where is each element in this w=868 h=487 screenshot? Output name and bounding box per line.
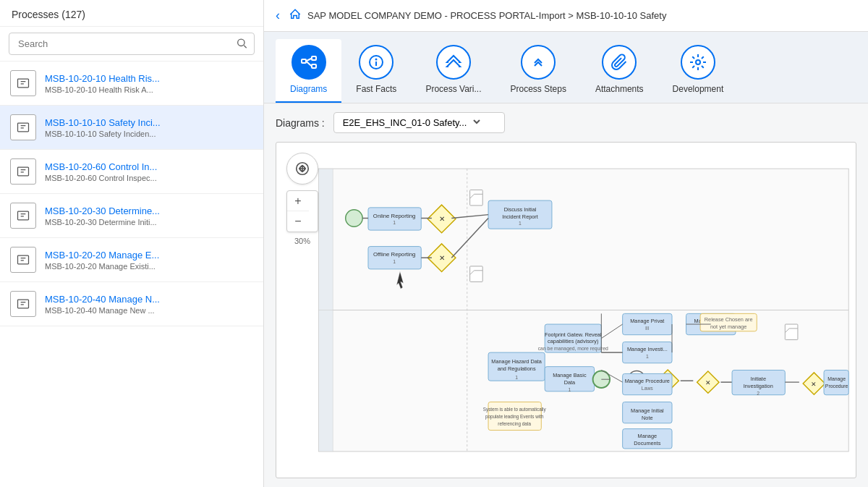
svg-rect-6 — [18, 211, 29, 220]
svg-text:1: 1 — [646, 354, 649, 359]
svg-text:Data: Data — [564, 379, 576, 386]
zoom-controls: + − — [286, 190, 318, 232]
tab-diagrams[interactable]: Diagrams — [276, 39, 341, 103]
svg-rect-11 — [312, 64, 316, 68]
home-button[interactable] — [289, 8, 302, 24]
svg-text:Documents: Documents — [634, 440, 660, 446]
sidebar-item-title-2: MSB-10-20-60 Control In... — [45, 161, 157, 172]
svg-rect-5 — [18, 167, 29, 176]
svg-text:Manage Investi...: Manage Investi... — [627, 346, 668, 352]
svg-rect-4 — [18, 123, 29, 132]
svg-text:✕: ✕ — [439, 254, 445, 262]
svg-rect-8 — [18, 300, 29, 308]
tab-development[interactable]: Development — [658, 39, 739, 103]
sidebar-item-title-1: MSB-10-10-10 Safety Inci... — [45, 117, 161, 128]
tab-attachments-label: Attachments — [595, 84, 644, 94]
svg-point-26 — [346, 210, 362, 226]
svg-text:Manage Procedure: Manage Procedure — [625, 378, 670, 384]
diagram-dropdown[interactable]: E2E_EHS_INC_01-0 Safety... — [333, 112, 506, 133]
search-input[interactable] — [9, 33, 255, 55]
sidebar-item-4[interactable]: MSB-10-20-20 Manage E... MSB-10-20-20 Ma… — [0, 238, 263, 282]
svg-text:2: 2 — [757, 391, 760, 396]
svg-text:1: 1 — [515, 375, 518, 380]
sidebar-item-title-4: MSB-10-20-20 Manage E... — [45, 250, 159, 261]
svg-text:Manage Hazard Data: Manage Hazard Data — [491, 358, 542, 365]
svg-text:Initiate: Initiate — [750, 376, 766, 382]
tab-attachments[interactable]: Attachments — [581, 39, 658, 103]
tab-diagrams-label: Diagrams — [290, 84, 327, 94]
svg-text:1: 1 — [519, 221, 522, 226]
svg-text:✕: ✕ — [705, 379, 711, 386]
process-icon-2 — [10, 158, 36, 185]
svg-text:Manage: Manage — [638, 433, 657, 439]
svg-point-0 — [238, 39, 244, 46]
tab-process-variants[interactable]: Process Vari... — [411, 39, 495, 103]
sidebar-search — [0, 27, 263, 62]
breadcrumb-text: SAP MODEL COMPANY DEMO - PROCESS PORTAL-… — [307, 10, 666, 21]
sidebar-item-title-3: MSB-10-20-30 Determine... — [45, 206, 160, 216]
sidebar-header: Processes (127) — [0, 0, 263, 27]
diagram-selector-row: Diagrams : E2E_EHS_INC_01-0 Safety... — [276, 112, 856, 133]
svg-rect-9 — [302, 59, 306, 63]
sidebar-item-1[interactable]: MSB-10-10-10 Safety Inci... MSB-10-10-10… — [0, 106, 263, 150]
zoom-level: 30% — [286, 237, 318, 245]
tab-development-label: Development — [673, 84, 724, 94]
sidebar-item-3[interactable]: MSB-10-20-30 Determine... MSB-10-20-30 D… — [0, 194, 263, 238]
svg-text:not yet manage: not yet manage — [710, 323, 746, 330]
tab-fast-facts[interactable]: Fast Facts — [341, 39, 411, 103]
dropdown-arrow-icon — [472, 117, 481, 128]
sidebar-item-subtitle-4: MSB-10-20-20 Manage Existi... — [45, 262, 159, 271]
diagram-area: Diagrams : E2E_EHS_INC_01-0 Safety... — [264, 103, 868, 487]
tab-process-variants-label: Process Vari... — [425, 84, 481, 94]
svg-text:Incident Report: Incident Report — [502, 213, 538, 220]
zoom-out-button[interactable]: − — [287, 211, 309, 232]
sidebar-item-title-0: MSB-10-20-10 Health Ris... — [45, 73, 160, 84]
process-variants-icon-circle — [436, 45, 471, 80]
attachments-icon-circle — [602, 45, 637, 80]
zoom-in-button[interactable]: + — [287, 191, 309, 211]
process-steps-icon-circle — [521, 45, 556, 80]
svg-text:Footprint Gatew. Reveal: Footprint Gatew. Reveal — [545, 331, 602, 338]
process-icon-1 — [10, 114, 36, 140]
tab-bar: Diagrams Fast Facts — [264, 32, 868, 103]
bpmn-diagram: Online Reporting 1 ✕ Discuss Initial Inc… — [276, 143, 856, 478]
svg-rect-22 — [319, 169, 333, 310]
svg-text:Manage Privat: Manage Privat — [630, 318, 664, 324]
search-icon[interactable] — [236, 37, 247, 51]
svg-text:Procedure: Procedure — [825, 384, 848, 389]
svg-text:System is able to automaticall: System is able to automatically — [483, 407, 547, 412]
tab-fast-facts-label: Fast Facts — [356, 84, 396, 94]
diagram-dropdown-value: E2E_EHS_INC_01-0 Safety... — [343, 117, 467, 128]
back-button[interactable]: ‹ — [276, 8, 280, 23]
process-icon-4 — [10, 247, 36, 273]
process-icon-5 — [10, 291, 36, 317]
svg-text:Online Reporting: Online Reporting — [373, 213, 416, 219]
svg-rect-23 — [319, 310, 333, 452]
svg-text:Laws: Laws — [642, 386, 654, 391]
svg-text:can be managed, more required: can be managed, more required — [538, 346, 608, 352]
fast-facts-icon-circle — [359, 45, 393, 80]
sidebar-item-text-2: MSB-10-20-60 Control In... MSB-10-20-60 … — [45, 161, 157, 182]
sidebar-list: MSB-10-20-10 Health Ris... MSB-10-20-10 … — [0, 62, 263, 487]
sidebar-item-text-0: MSB-10-20-10 Health Ris... MSB-10-20-10 … — [45, 73, 160, 94]
sidebar-item-subtitle-2: MSB-10-20-60 Control Inspec... — [45, 174, 157, 182]
diagrams-icon-circle — [292, 45, 326, 80]
svg-text:Manage Initial: Manage Initial — [631, 407, 664, 414]
sidebar-item-5[interactable]: MSB-10-20-40 Manage N... MSB-10-20-40 Ma… — [0, 282, 263, 326]
canvas-controls: + − 30% — [286, 153, 318, 245]
svg-text:✕: ✕ — [439, 215, 445, 223]
svg-text:1: 1 — [568, 387, 571, 392]
sidebar-item-title-5: MSB-10-20-40 Manage N... — [45, 294, 160, 305]
process-icon-0 — [10, 70, 36, 96]
sidebar-item-subtitle-3: MSB-10-20-30 Determine Initi... — [45, 218, 160, 226]
sidebar-item-0[interactable]: MSB-10-20-10 Health Ris... MSB-10-20-10 … — [0, 62, 263, 106]
tab-process-steps[interactable]: Process Steps — [496, 39, 581, 103]
svg-text:1: 1 — [393, 220, 396, 225]
pan-control[interactable] — [286, 153, 318, 185]
svg-rect-99 — [824, 370, 848, 395]
development-icon-circle — [681, 45, 715, 80]
app-container: Processes (127) — [0, 0, 868, 487]
svg-text:capabilities (advisory): capabilities (advisory) — [548, 338, 598, 344]
svg-line-1 — [244, 45, 246, 47]
sidebar-item-2[interactable]: MSB-10-20-60 Control In... MSB-10-20-60 … — [0, 150, 263, 194]
